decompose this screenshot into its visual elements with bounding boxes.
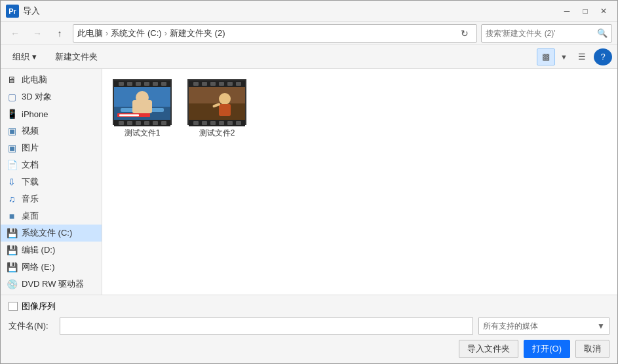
sidebar-label-iphone: iPhone [22, 109, 48, 119]
sidebar-label-desktop: 桌面 [22, 210, 39, 222]
downloads-icon: ⇩ [6, 176, 18, 188]
sidebar-item-drive-c[interactable]: 💾 系统文件 (C:) [1, 225, 102, 242]
film-strip-top-1 [114, 81, 170, 87]
iphone-icon: 📱 [6, 108, 18, 120]
svg-rect-10 [219, 104, 231, 116]
film-hole [210, 121, 216, 125]
up-button[interactable]: ↑ [50, 24, 69, 43]
film-hole [153, 121, 158, 125]
sidebar-label-3d-objects: 3D 对象 [22, 91, 52, 103]
film-hole [161, 121, 166, 125]
image-sequence-label: 图像序列 [22, 300, 56, 312]
filename-input[interactable] [60, 318, 473, 335]
view-controls: ▩ ▼ ☰ ? [537, 48, 612, 65]
import-folder-button[interactable]: 导入文件夹 [459, 340, 518, 358]
sidebar-label-drive-d: 编辑 (D:) [22, 244, 55, 256]
sidebar-item-documents[interactable]: 📄 文档 [1, 156, 102, 173]
action-bar: 组织 ▾ 新建文件夹 ▩ ▼ ☰ ? [1, 45, 617, 69]
minimize-button[interactable]: ─ [558, 3, 575, 20]
breadcrumb-c[interactable]: 系统文件 (C:) [111, 27, 161, 39]
search-input[interactable] [486, 29, 597, 38]
sidebar-label-video: 视频 [22, 125, 39, 137]
film-strip-bottom-2 [189, 120, 245, 126]
file-area: 测试文件1 [102, 69, 617, 295]
filename-label: 文件名(N): [9, 320, 54, 332]
film-image-1 [114, 87, 170, 120]
sidebar-item-images[interactable]: ▣ 图片 [1, 139, 102, 156]
sidebar-item-drive-d[interactable]: 💾 编辑 (D:) [1, 242, 102, 259]
film-strip-top-2 [189, 81, 245, 87]
address-bar: 此电脑 › 系统文件 (C:) › 新建文件夹 (2) ↻ [73, 24, 477, 43]
view-details-button[interactable]: ☰ [573, 48, 591, 65]
app-icon: Pr [6, 5, 19, 18]
file-thumbnail-2 [187, 79, 246, 125]
sidebar-label-this-pc: 此电脑 [22, 74, 47, 86]
sidebar-label-images: 图片 [22, 142, 39, 154]
sidebar-item-music[interactable]: ♫ 音乐 [1, 191, 102, 208]
maximize-button[interactable]: □ [577, 3, 594, 20]
drive-e-icon: 💾 [6, 261, 18, 273]
film-hole [236, 121, 241, 125]
file-name-1: 测试文件1 [125, 128, 161, 139]
forward-button[interactable]: → [28, 24, 47, 43]
film-hole [136, 121, 141, 125]
film-hole [193, 121, 199, 125]
sidebar-item-desktop[interactable]: ■ 桌面 [1, 208, 102, 225]
view-dropdown-button[interactable]: ▼ [558, 48, 570, 65]
sidebar-label-music: 音乐 [22, 193, 39, 205]
file-grid: 测试文件1 [110, 77, 609, 141]
film-hole [219, 121, 224, 125]
film-hole [119, 82, 124, 86]
sidebar-item-video[interactable]: ▣ 视频 [1, 122, 102, 139]
organize-button[interactable]: 组织 ▾ [6, 48, 43, 65]
image-sequence-checkbox[interactable] [9, 302, 18, 311]
filename-row: 文件名(N): 所有支持的媒体 ▼ [9, 318, 609, 335]
film-hole [153, 82, 158, 86]
file-name-2: 测试文件2 [199, 128, 235, 139]
main-content: 🖥 此电脑 ▢ 3D 对象 📱 iPhone ▣ 视频 ▣ 图片 📄 文档 [1, 69, 617, 295]
dvdrw-icon: 💿 [6, 278, 18, 290]
film-hole [202, 121, 207, 125]
film-hole [144, 121, 149, 125]
help-button[interactable]: ? [594, 48, 612, 65]
sidebar-item-iphone[interactable]: 📱 iPhone [1, 105, 102, 122]
drive-d-icon: 💾 [6, 244, 18, 256]
music-icon: ♫ [6, 193, 18, 205]
new-folder-button[interactable]: 新建文件夹 [48, 48, 104, 65]
title-bar-left: Pr 导入 [6, 5, 40, 18]
address-toolbar: ← → ↑ 此电脑 › 系统文件 (C:) › 新建文件夹 (2) ↻ 🔍 [1, 22, 617, 45]
svg-point-4 [136, 91, 149, 104]
breadcrumb-folder[interactable]: 新建文件夹 (2) [170, 27, 225, 39]
film-hole [161, 82, 166, 86]
image-sequence-row: 图像序列 [9, 300, 609, 312]
file-item-2[interactable]: 测试文件2 [185, 77, 249, 141]
refresh-button[interactable]: ↻ [457, 26, 473, 41]
search-bar: 🔍 [481, 24, 612, 43]
sidebar-item-dvdrw[interactable]: 💿 DVD RW 驱动器 [1, 276, 102, 293]
buttons-row: 导入文件夹 打开(O) 取消 [9, 340, 609, 358]
sidebar: 🖥 此电脑 ▢ 3D 对象 📱 iPhone ▣ 视频 ▣ 图片 📄 文档 [1, 69, 102, 295]
documents-icon: 📄 [6, 159, 18, 171]
images-icon: ▣ [6, 142, 18, 154]
filetype-dropdown[interactable]: 所有支持的媒体 ▼ [478, 318, 609, 335]
dialog-window: Pr 导入 ─ □ ✕ ← → ↑ 此电脑 › 系统文件 (C:) › 新建文件… [0, 0, 618, 364]
breadcrumb: 此电脑 › 系统文件 (C:) › 新建文件夹 (2) [77, 27, 457, 39]
sidebar-item-3d-objects[interactable]: ▢ 3D 对象 [1, 88, 102, 105]
sidebar-label-dvdrw: DVD RW 驱动器 [22, 278, 84, 290]
open-button[interactable]: 打开(O) [524, 340, 570, 358]
file-item-1[interactable]: 测试文件1 [110, 77, 174, 141]
view-large-icons-button[interactable]: ▩ [537, 48, 555, 65]
cancel-button[interactable]: 取消 [575, 340, 609, 358]
sidebar-item-downloads[interactable]: ⇩ 下载 [1, 173, 102, 191]
film-hole [127, 121, 132, 125]
sidebar-item-this-pc[interactable]: 🖥 此电脑 [1, 71, 102, 88]
film-hole [193, 82, 199, 86]
film-hole [236, 82, 241, 86]
svg-rect-6 [119, 115, 139, 117]
close-button[interactable]: ✕ [595, 3, 612, 20]
sidebar-item-drive-e[interactable]: 💾 网络 (E:) [1, 259, 102, 276]
filetype-text: 所有支持的媒体 [483, 321, 538, 332]
back-button[interactable]: ← [6, 24, 24, 43]
breadcrumb-pc[interactable]: 此电脑 [77, 27, 103, 39]
file-thumbnail-1 [113, 79, 172, 125]
